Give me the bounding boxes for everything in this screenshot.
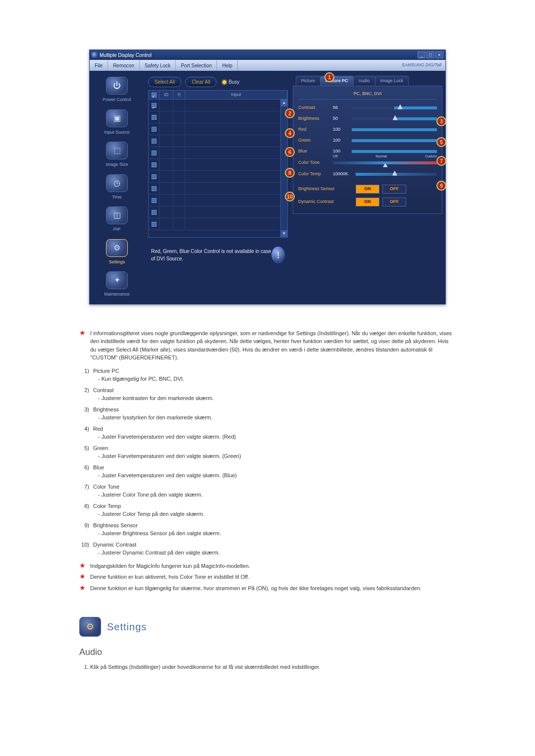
brightness-sensor-off[interactable]: OFF <box>382 185 406 194</box>
tab-picture[interactable]: Picture <box>296 76 321 86</box>
row-checkbox[interactable] <box>149 171 160 182</box>
row-checkbox[interactable] <box>149 218 160 230</box>
footer-note: Red, Green, Blue Color Control is not av… <box>151 248 271 262</box>
sidebar-item-input-source[interactable]: ▣ Input Source <box>93 109 141 136</box>
sidebar-item-pip[interactable]: ◫ PIP <box>93 206 141 233</box>
brand-label: SAMSUNG DIGITall <box>402 62 445 69</box>
table-row[interactable] <box>149 195 287 206</box>
item-number: 3) <box>79 405 89 422</box>
green-row: Green 100 <box>298 135 437 146</box>
select-all-button[interactable]: Select All <box>148 77 181 87</box>
table-row[interactable] <box>149 147 287 159</box>
checkbox-icon <box>152 139 157 144</box>
red-label: Red <box>298 126 333 133</box>
brightness-row: Brightness 50 <box>298 113 437 124</box>
row-checkbox[interactable] <box>149 111 160 123</box>
checkbox-icon <box>152 210 157 215</box>
grid-header-checkbox[interactable] <box>149 91 160 99</box>
settings-panel: 1 2 3 4 5 6 7 8 9 10 Picture Picture PC … <box>292 71 445 304</box>
settings-section-title: Settings <box>107 619 147 634</box>
menu-safety-lock[interactable]: Safety Lock <box>140 60 176 71</box>
item-title: Contrast <box>93 386 456 395</box>
menu-help[interactable]: Help <box>217 60 238 71</box>
row-status <box>173 206 185 218</box>
table-row[interactable] <box>149 206 287 218</box>
sidebar-item-label: Input Source <box>104 129 129 136</box>
item-number: 2) <box>79 386 89 403</box>
row-status <box>173 159 185 170</box>
table-row[interactable] <box>149 135 287 147</box>
row-status <box>173 111 185 123</box>
list-item: 1)Picture PC- Kun tilgængelig for PC, BN… <box>79 367 456 383</box>
clear-all-button[interactable]: Clear All <box>185 77 216 87</box>
table-row[interactable] <box>149 111 287 123</box>
row-checkbox[interactable] <box>149 100 160 111</box>
table-row[interactable] <box>149 183 287 195</box>
row-input <box>185 206 287 218</box>
red-row: Red 100 <box>298 124 437 135</box>
sidebar-item-settings[interactable]: ⚙ Settings <box>93 239 141 266</box>
table-row[interactable] <box>149 100 287 111</box>
row-checkbox[interactable] <box>149 206 160 218</box>
row-status <box>173 171 185 182</box>
row-checkbox[interactable] <box>149 195 160 206</box>
checkbox-icon <box>152 174 157 179</box>
row-input <box>185 171 287 182</box>
busy-icon <box>222 80 226 84</box>
row-checkbox[interactable] <box>149 183 160 194</box>
menu-file[interactable]: File <box>90 60 108 71</box>
tab-image-lock[interactable]: Image Lock <box>375 76 409 86</box>
item-body: Contrast- Justerer kontrasten for den ma… <box>93 386 456 403</box>
menu-remocon[interactable]: Remocon <box>108 60 140 71</box>
tab-audio[interactable]: Audio <box>353 76 375 86</box>
color-tone-slider[interactable]: Off Normal Custom <box>333 161 437 164</box>
contrast-slider[interactable] <box>352 106 437 109</box>
list-item: 7)Color Tone- Justerer Color Tone på den… <box>79 483 456 499</box>
red-slider[interactable] <box>352 128 437 131</box>
green-label: Green <box>298 137 333 144</box>
checkbox-icon <box>152 127 157 132</box>
sidebar-item-power-control[interactable]: ⏻ Power Control <box>93 77 141 103</box>
maximize-button[interactable]: □ <box>427 51 434 58</box>
document-body: ★ I informationsgitteret vises nogle gru… <box>79 329 456 671</box>
note-text: Denne funktion er kun aktiveret, hvis Co… <box>90 573 456 581</box>
row-checkbox[interactable] <box>149 147 160 158</box>
sidebar-item-time[interactable]: ◷ Time <box>93 174 141 201</box>
menu-port-selection[interactable]: Port Selection <box>176 60 217 71</box>
panel-body: PC, BNC, DVI Contrast 56 Brightness 50 R… <box>293 86 442 214</box>
row-checkbox[interactable] <box>149 135 160 147</box>
row-checkbox[interactable] <box>149 159 160 170</box>
item-body: Color Temp- Justerer Color Temp på den v… <box>93 502 456 518</box>
table-row[interactable] <box>149 218 287 230</box>
scroll-up-button[interactable]: ▲ <box>281 100 287 106</box>
item-body: Color Tone- Justerer Color Tone på den v… <box>93 483 456 499</box>
brightness-slider[interactable] <box>352 117 437 120</box>
table-row[interactable] <box>149 123 287 135</box>
sidebar-item-image-size[interactable]: ⬚ Image Size <box>93 142 141 168</box>
table-row[interactable] <box>149 159 287 171</box>
dynamic-contrast-off[interactable]: OFF <box>382 198 406 206</box>
close-button[interactable]: × <box>435 51 443 58</box>
sidebar-item-maintenance[interactable]: ✦ Maintenance <box>93 271 141 298</box>
grid-header: ID ⎘ Input <box>148 90 288 99</box>
minimize-button[interactable]: _ <box>418 51 426 58</box>
brightness-value: 50 <box>333 115 352 122</box>
item-number: 10) <box>79 541 89 557</box>
callout-badge-1: 1 <box>324 72 334 82</box>
dynamic-contrast-on[interactable]: ON <box>356 198 379 206</box>
blue-row: Blue 100 <box>298 146 437 157</box>
color-temp-slider[interactable] <box>356 173 437 176</box>
item-sub: - Juster Farvetemperaturen ved den valgt… <box>98 452 456 460</box>
grid-scrollbar[interactable]: ▲ ▼ <box>280 100 287 237</box>
brightness-sensor-on[interactable]: ON <box>356 185 379 194</box>
contrast-value: 56 <box>333 104 352 111</box>
green-slider[interactable] <box>352 139 437 142</box>
grid-header-status: ⎘ <box>173 91 185 99</box>
window-title: Multiple Display Control <box>100 51 418 59</box>
blue-slider[interactable] <box>352 150 437 153</box>
row-checkbox[interactable] <box>149 123 160 135</box>
sidebar-item-label: Power Control <box>103 97 131 103</box>
scroll-down-button[interactable]: ▼ <box>281 230 287 237</box>
busy-indicator: Busy <box>222 78 239 86</box>
table-row[interactable] <box>149 171 287 183</box>
